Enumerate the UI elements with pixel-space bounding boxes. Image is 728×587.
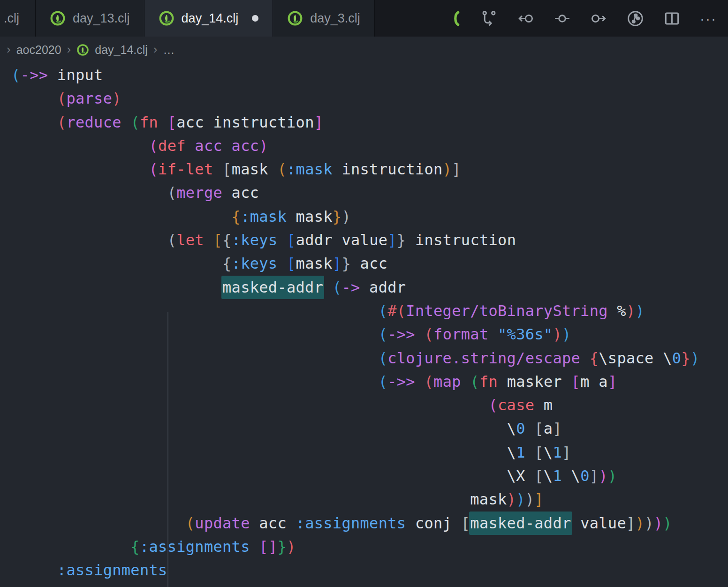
code-line: {:mask mask}) [11, 205, 728, 228]
code-token: acc [176, 585, 213, 587]
code-token: ) [636, 514, 645, 532]
tab-day-14-active[interactable]: day_14.clj [144, 0, 273, 37]
code-token: { [590, 349, 599, 367]
code-token: [ [167, 585, 177, 587]
code-token: format [433, 325, 488, 343]
code-area[interactable]: (->> input (parse) (reduce (fn [acc inst… [0, 63, 728, 587]
tab-truncated-clj[interactable]: .clj [0, 0, 36, 37]
previous-change-icon[interactable] [517, 10, 534, 27]
code-token: ) [443, 160, 452, 178]
code-token: 0 [672, 349, 682, 367]
code-token: [ [571, 373, 581, 391]
code-token: ) [562, 325, 571, 343]
code-token: ] [608, 373, 617, 391]
code-token [525, 444, 535, 461]
code-token: instruction [406, 231, 516, 249]
code-token: :assignments [57, 561, 167, 579]
code-token: \ [507, 444, 516, 461]
code-token: fn [140, 585, 158, 587]
code-token: [ [534, 467, 544, 485]
clojure-file-icon [76, 44, 89, 56]
code-token: acc acc [195, 137, 259, 155]
modified-dot-icon[interactable] [252, 15, 258, 22]
code-token: -> [341, 278, 360, 296]
compare-changes-icon[interactable] [480, 10, 498, 27]
code-token: addr value [296, 231, 388, 249]
code-token: 1 [553, 467, 562, 485]
editor-actions: ··· [451, 0, 728, 37]
code-token: ) [516, 490, 525, 508]
code-line: (update acc :assignments conj [masked-ad… [11, 512, 728, 535]
code-line: (def acc acc) [11, 134, 728, 158]
breadcrumb-item-symbol[interactable]: … [163, 43, 175, 57]
code-token: ( [277, 160, 287, 178]
code-token: ( [130, 585, 140, 587]
code-token [277, 255, 287, 272]
code-line: {:assignments []}) [11, 535, 728, 558]
code-token: mask [287, 208, 333, 226]
code-token: ) [287, 538, 296, 556]
code-line: (->> input [11, 63, 728, 87]
tab-label: day_3.clj [310, 11, 360, 26]
breadcrumb-chevron-icon: › [67, 42, 71, 57]
code-token [488, 325, 498, 343]
code-token: acc [250, 514, 296, 532]
code-token: acc instruction [176, 113, 314, 131]
code-token: update [195, 514, 250, 532]
code-token: \ [544, 444, 553, 461]
git-commit-icon[interactable] [554, 10, 571, 27]
breadcrumb-item-folder[interactable]: aoc2020 [16, 43, 61, 57]
code-token: { [232, 208, 241, 226]
code-token: { [222, 255, 232, 272]
code-token: ] [314, 113, 324, 131]
code-token: def [158, 137, 186, 155]
code-token: ) [341, 208, 351, 226]
code-token: } [681, 349, 690, 367]
more-actions-icon[interactable]: ··· [700, 10, 717, 27]
code-token: ] [562, 444, 571, 461]
code-line: masked-addr (-> addr [11, 276, 728, 299]
code-token: ->> [387, 325, 415, 343]
code-line: (reduce (fn [acc [addr value]] [11, 582, 728, 587]
code-token [525, 420, 535, 437]
code-token: ->> [21, 66, 48, 84]
breadcrumb-item-file[interactable]: day_14.clj [95, 43, 148, 57]
code-token: ) [645, 514, 654, 532]
code-line: {:keys [mask]} acc [11, 252, 728, 275]
code-token: [ [287, 255, 296, 272]
code-token: map [433, 373, 461, 391]
code-token [415, 373, 425, 391]
tab-label: day_14.clj [182, 11, 239, 26]
tab-day-3[interactable]: day_3.clj [273, 0, 375, 37]
code-token: value [571, 514, 626, 532]
git-graph-icon[interactable] [627, 10, 644, 27]
code-token: reduce [66, 113, 121, 131]
code-token: ] [323, 585, 333, 587]
code-token: ->> [387, 373, 415, 391]
code-token: [ [222, 160, 232, 178]
code-token: ) [690, 349, 700, 367]
clojure-file-icon [287, 10, 303, 26]
code-token: ( [57, 113, 67, 131]
code-token: :keys [232, 231, 278, 249]
code-token [277, 231, 287, 249]
code-line: (clojure.string/escape {\space \0}) [11, 346, 728, 370]
code-token: ( [379, 373, 388, 391]
next-change-icon[interactable] [590, 10, 607, 27]
code-token: fn [479, 373, 498, 391]
tab-day-13[interactable]: day_13.clj [36, 0, 144, 37]
code-token: { [130, 538, 140, 556]
code-token: :assignments [140, 538, 250, 556]
code-token: ) [112, 90, 121, 107]
code-token: let [176, 231, 204, 249]
calva-icon[interactable] [451, 10, 461, 27]
code-token: ) [663, 514, 672, 532]
clojure-file-icon [159, 10, 174, 26]
code-token: } [341, 255, 351, 272]
code-token [213, 160, 222, 178]
code-token: ( [424, 325, 433, 343]
code-token: ] [387, 231, 397, 249]
split-editor-icon[interactable] [663, 10, 681, 27]
code-token: ] [333, 255, 342, 272]
editor-pane[interactable]: (->> input (parse) (reduce (fn [acc inst… [0, 63, 728, 587]
